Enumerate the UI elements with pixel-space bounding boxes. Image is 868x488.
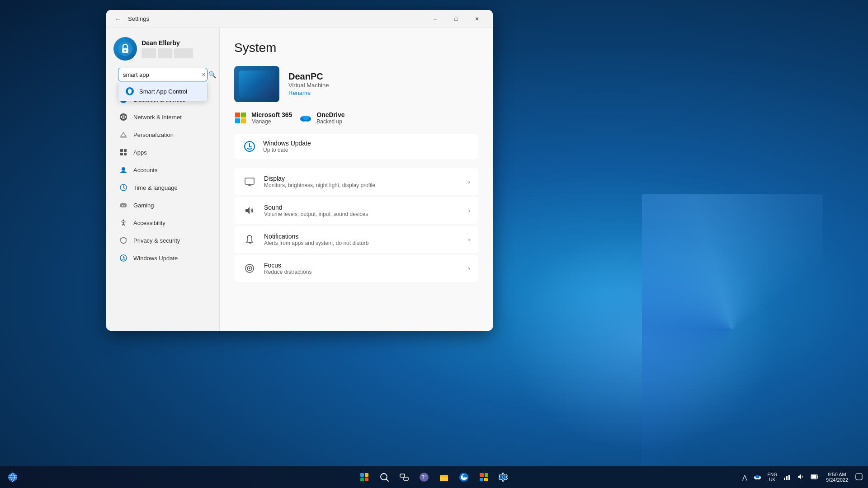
badge-3 [174,48,193,58]
windows-update-row-text: Windows Update Up to date [263,140,311,153]
microsoft365-info: Microsoft 365 Manage [251,111,292,125]
smart-app-control-label: Smart App Control [139,88,187,95]
windows-update-icon [119,253,128,263]
windows-update-row-title: Windows Update [263,140,311,147]
user-profile: Dean Ellerby [113,37,212,61]
notification-center-icon[interactable] [854,471,864,483]
language-code: ENG [767,472,777,477]
sound-text: Sound Volume levels, output, input, soun… [264,204,461,217]
search-submit-icon[interactable]: 🔍 [208,71,216,78]
sidebar-item-network[interactable]: Network & internet [110,108,216,126]
search-dropdown: Smart App Control [118,81,208,101]
apps-label: Apps [133,149,147,156]
setting-row-sound[interactable]: Sound Volume levels, output, input, soun… [234,197,478,224]
taskbar-clock[interactable]: 9:50 AM 9/24/2022 [823,471,851,483]
badge-1 [142,48,156,58]
svg-rect-41 [365,473,368,477]
apps-icon [119,148,128,157]
maximize-button[interactable]: □ [446,12,467,26]
user-section: Dean Ellerby ✕ 🔍 [106,28,219,90]
setting-row-focus[interactable]: Focus Reduce distractions › [234,255,478,282]
quick-link-onedrive[interactable]: OneDrive Backed up [299,111,344,125]
sidebar-item-accounts[interactable]: Accounts [110,161,216,178]
network-tray-icon[interactable] [782,471,793,483]
sound-subtitle: Volume levels, output, input, sound devi… [264,211,461,217]
taskbar-explorer-icon[interactable] [435,468,453,486]
svg-rect-25 [241,118,246,123]
taskbar-search-button[interactable] [375,468,393,486]
pc-info: DeanPC Virtual Machine Rename [288,71,329,97]
sidebar-item-privacy[interactable]: Privacy & security [110,232,216,249]
sound-tray-icon[interactable] [795,471,806,483]
pc-rename-link[interactable]: Rename [288,89,311,96]
taskbar-browser-icon[interactable] [4,468,22,486]
search-input[interactable] [123,71,199,78]
svg-line-45 [386,479,388,481]
task-view-button[interactable] [395,468,413,486]
pc-type: Virtual Machine [288,82,329,89]
search-clear-icon[interactable]: ✕ [202,72,206,78]
sidebar-item-apps[interactable]: Apps [110,144,216,161]
display-title: Display [264,175,461,182]
accessibility-icon [119,218,128,227]
avatar[interactable] [113,37,137,61]
notifications-subtitle: Alerts from apps and system, do not dist… [264,240,461,246]
network-icon [119,113,128,122]
svg-rect-9 [120,149,123,152]
pc-image-inner [239,70,275,98]
svg-rect-64 [788,475,790,480]
sound-icon [242,203,257,218]
onedrive-info: OneDrive Backed up [316,111,344,125]
minimize-button[interactable]: – [425,12,446,26]
onedrive-icon [299,112,312,124]
svg-point-19 [124,206,125,206]
focus-arrow-icon: › [468,265,470,272]
windows-update-row[interactable]: Windows Update Up to date [234,134,478,159]
svg-rect-63 [786,476,788,480]
language-region: UK [769,477,775,482]
sidebar-item-accessibility[interactable]: Accessibility [110,214,216,231]
back-button[interactable]: ← [112,13,124,25]
quick-links: Microsoft 365 Manage OneDrive B [234,111,478,125]
search-result-smart-app-control[interactable]: Smart App Control [118,82,207,101]
taskbar-store-icon[interactable] [475,468,493,486]
start-button[interactable] [355,468,373,486]
sidebar-item-time[interactable]: Time & language [110,179,216,196]
accounts-icon [119,165,128,174]
sidebar-item-gaming[interactable]: Gaming [110,197,216,214]
taskbar-teams-icon[interactable]: T [415,468,433,486]
taskbar-edge-icon[interactable] [455,468,473,486]
display-arrow-icon: › [468,178,470,185]
notifications-text: Notifications Alerts from apps and syste… [264,233,461,246]
accounts-label: Accounts [133,167,157,174]
svg-rect-46 [400,474,405,477]
focus-subtitle: Reduce distractions [264,269,461,275]
setting-row-display[interactable]: Display Monitors, brightness, night ligh… [234,168,478,195]
windows-update-row-icon [242,139,257,154]
search-box[interactable]: ✕ 🔍 [118,68,208,81]
taskbar-settings-icon[interactable] [495,468,513,486]
nav-menu: B Bluetooth & devices Network [106,90,219,267]
svg-rect-67 [817,476,818,478]
svg-point-50 [424,474,427,477]
system-tray-expand-icon[interactable]: ⋀ [741,472,749,483]
setting-row-notifications[interactable]: Notifications Alerts from apps and syste… [234,226,478,253]
sidebar-item-personalization[interactable]: Personalization [110,126,216,143]
time-label: Time & language [133,184,178,191]
focus-text: Focus Reduce distractions [264,262,461,275]
taskbar: T [0,466,868,488]
microsoft365-name: Microsoft 365 [251,111,292,118]
language-button[interactable]: ENG UK [765,471,779,483]
sidebar-item-windows-update[interactable]: Windows Update [110,249,216,267]
focus-icon [242,261,257,276]
display-subtitle: Monitors, brightness, night light, displ… [264,182,461,188]
svg-rect-55 [485,473,488,477]
quick-link-microsoft365[interactable]: Microsoft 365 Manage [234,111,292,125]
window-title: Settings [128,15,149,22]
microsoft365-icon [234,112,247,124]
svg-point-20 [123,220,124,221]
clock-time: 9:50 AM [828,472,846,477]
battery-tray-icon[interactable] [809,472,821,483]
onedrive-tray-icon[interactable] [752,472,763,483]
close-button[interactable]: ✕ [467,12,487,26]
